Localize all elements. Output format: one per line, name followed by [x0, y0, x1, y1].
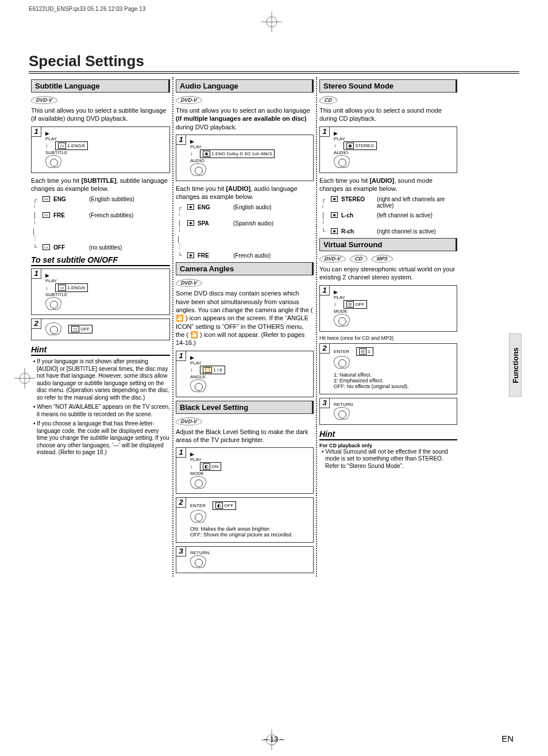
dvd-badge: DVD-V — [319, 255, 346, 263]
subtitle-step1: 1 ▶ PLAY ↓ ▭ 1.ENG/6 SUBTITLE — [31, 126, 170, 173]
hint-item: • Virtual Surround will not be effective… — [322, 448, 457, 470]
dvd-badge: DVD-V — [30, 96, 58, 104]
virtual-surround-header: Virtual Surround — [319, 238, 457, 251]
side-tab-label: Functions — [511, 347, 520, 383]
subtitle-onoff-step2: 2 ▭ OFF — [31, 318, 170, 340]
hint-item: • When “NOT AVAILABLE” appears on the TV… — [33, 404, 170, 418]
stereo-text: This unit allows you to select a sound m… — [319, 106, 457, 123]
hint-item: • If your language is not shown after pr… — [33, 358, 170, 401]
lang-tag: EN — [501, 734, 514, 743]
angle-step1: 1 ▶ PLAY ↓🎦 1 / 8 ANGLE — [176, 351, 314, 397]
stereo-step1: 1 ▶ PLAY ↓◉ STEREO AUDIO — [319, 126, 457, 173]
stereo-mode-header: Stereo Sound Mode — [319, 79, 457, 93]
audio-language-header: Audio Language — [176, 79, 314, 93]
black-step3: 3 RETURN — [176, 546, 314, 573]
subtitle-sequence: ┌↓▭ENG(English subtitles) │↓▭FRE(French … — [31, 196, 170, 251]
audio-intro: This unit allows you to select an audio … — [176, 106, 314, 131]
camera-angles-text: Some DVD discs may contain scenes which … — [176, 289, 314, 347]
black-step2: 2 ENTER◐ OFF ON: Makes the dark areas br… — [176, 497, 314, 543]
black-step1: 1 ▶ PLAY ↓◐ ON MODE — [176, 447, 314, 494]
hint-item: • If you choose a language that has thre… — [33, 420, 170, 456]
stereo-cycle-text: Each time you hit [AUDIO], sound mode ch… — [319, 176, 457, 193]
mp3-badge: MP3 — [371, 255, 393, 263]
subtitle-button-label: SUBTITLE — [45, 150, 166, 155]
dvd-badge: DVD-V — [175, 279, 203, 287]
audio-step1: 1 ▶ PLAY ↓◉ 1.ENG Dolby D 3/2.1ch 48k/3 … — [176, 135, 314, 181]
play-label: PLAY — [45, 136, 166, 141]
cd-badge: CD — [349, 255, 368, 263]
dvd-badge: DVD-V — [175, 96, 203, 104]
hint-subheading: For CD playback only — [319, 443, 457, 448]
dvd-badge: DVD-V — [175, 417, 203, 425]
vs-step1: 1 ▶ PLAY ↓◎ OFF MODE — [319, 285, 457, 332]
page-number: – 13 – — [0, 735, 548, 743]
virtual-surround-text: You can enjoy stereophonic virtual world… — [319, 265, 457, 282]
black-level-text: Adjust the Black Level Setting to make t… — [176, 428, 314, 444]
side-tab-functions: Functions — [509, 333, 522, 397]
crop-mark-top — [261, 11, 282, 32]
remote-icon — [45, 155, 61, 168]
hint-list: • If your language is not shown after pr… — [31, 358, 170, 456]
subtitle-language-header: Subtitle Language — [31, 79, 170, 93]
vs-note: Hit twice (once for CD and MP3) — [319, 335, 457, 341]
vs-step2: 2 ENTER◎ 1 1: Natural effect. 2: Emphasi… — [319, 343, 457, 394]
subtitle-onoff-heading: To set subtitle ON/OFF — [31, 255, 170, 266]
subtitle-onoff-step1: 1 ▶ PLAY ↓▭ 1.ENG/6 SUBTITLE — [31, 268, 170, 315]
hint-heading: Hint — [319, 429, 457, 440]
subtitle-intro: This unit allows you to select a subtitl… — [31, 106, 170, 123]
stereo-sequence: ┌↓◉STEREO(right and left channels are ac… — [319, 196, 457, 235]
camera-angles-header: Camera Angles — [176, 262, 314, 275]
arrow-down-icon: ↓ — [45, 143, 48, 148]
osd-display: ▭ 1.ENG/6 — [55, 141, 88, 150]
subtitle-cycle-text: Each time you hit [SUBTITLE], subtitle l… — [31, 176, 170, 193]
black-level-header: Black Level Setting — [176, 401, 314, 414]
audio-sequence: ┌↓◉ENG(English audio) │↓◉SPA(Spanish aud… — [176, 204, 314, 259]
vs-effects: 1: Natural effect. 2: Emphasized effect.… — [334, 372, 453, 389]
page-title: Special Settings — [29, 52, 519, 74]
audio-cycle-text: Each time you hit [AUDIO], audio languag… — [176, 185, 314, 201]
play-icon: ▶ — [45, 131, 49, 136]
step-number: 1 — [31, 126, 41, 137]
crop-mark-left — [14, 368, 35, 389]
vs-step3: 3 RETURN — [319, 398, 457, 425]
hint-heading: Hint — [31, 345, 170, 356]
black-explain: ON: Makes the dark areas brighter. OFF: … — [190, 526, 310, 538]
cd-badge: CD — [319, 96, 338, 104]
